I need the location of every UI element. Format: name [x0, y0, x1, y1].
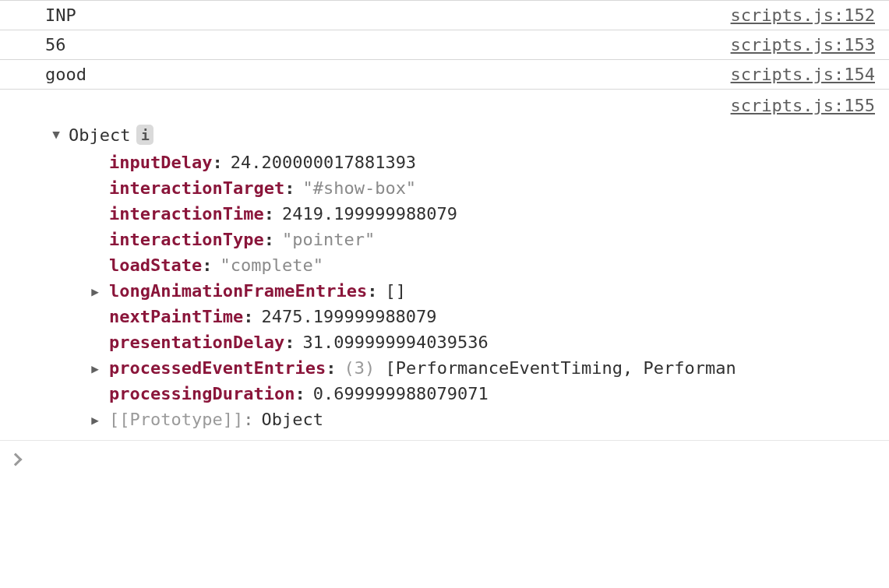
property-value: "complete": [220, 255, 323, 275]
property-key: inputDelay: [109, 153, 212, 172]
console-message: INP: [45, 5, 76, 25]
object-property[interactable]: nextPaintTime: 2475.199999988079: [89, 304, 875, 329]
property-key: processedEventEntries: [109, 358, 326, 378]
property-value: [PerformanceEventTiming, Performan: [385, 358, 736, 378]
property-value: "#show-box": [302, 178, 416, 198]
console-row[interactable]: 56 scripts.js:153: [0, 30, 889, 60]
chevron-right-icon: [9, 453, 23, 467]
property-key: loadState: [109, 255, 202, 275]
property-value: Object: [261, 410, 323, 429]
source-link[interactable]: scripts.js:152: [718, 5, 875, 25]
disclosure-triangle-down-icon[interactable]: [50, 127, 62, 142]
object-property[interactable]: interactionType: "pointer": [89, 227, 875, 252]
property-value: 24.200000017881393: [231, 153, 416, 172]
console-message: 56: [45, 35, 66, 55]
property-value: 0.699999988079071: [313, 384, 489, 403]
object-property[interactable]: interactionTime: 2419.199999988079: [89, 201, 875, 227]
property-key: processingDuration: [109, 384, 295, 403]
console-row[interactable]: good scripts.js:154: [0, 60, 889, 90]
source-link[interactable]: scripts.js:155: [718, 96, 875, 115]
object-property[interactable]: presentationDelay: 31.099999994039536: [89, 329, 875, 355]
source-link[interactable]: scripts.js:153: [718, 35, 875, 55]
property-key: interactionTime: [109, 204, 264, 224]
disclosure-triangle-right-icon[interactable]: [89, 361, 101, 376]
property-value: 2475.199999988079: [261, 307, 436, 326]
property-value: "pointer": [282, 230, 375, 249]
object-property[interactable]: longAnimationFrameEntries: []: [89, 278, 875, 304]
disclosure-triangle-right-icon[interactable]: [89, 284, 101, 299]
object-header[interactable]: Object i: [50, 125, 875, 145]
property-value: []: [385, 281, 406, 301]
object-properties: inputDelay: 24.200000017881393 interacti…: [89, 150, 875, 432]
object-property[interactable]: processingDuration: 0.699999988079071: [89, 381, 875, 407]
object-label: Object: [69, 125, 130, 145]
source-link[interactable]: scripts.js:154: [718, 65, 875, 84]
property-key: nextPaintTime: [109, 307, 243, 326]
property-key: presentationDelay: [109, 333, 284, 352]
console-prompt[interactable]: [0, 441, 889, 479]
console-object-row: scripts.js:155 Object i inputDelay: 24.2…: [0, 90, 889, 441]
object-property[interactable]: interactionTarget: "#show-box": [89, 175, 875, 201]
property-key: interactionType: [109, 230, 264, 249]
console-row[interactable]: INP scripts.js:152: [0, 0, 889, 30]
array-count: (3): [344, 358, 375, 378]
object-property[interactable]: inputDelay: 24.200000017881393: [89, 150, 875, 175]
property-value: 31.099999994039536: [302, 333, 488, 352]
disclosure-triangle-right-icon[interactable]: [89, 413, 101, 428]
console-message: good: [45, 65, 86, 84]
property-key: interactionTarget: [109, 178, 284, 198]
object-property[interactable]: [[Prototype]]: Object: [89, 407, 875, 432]
object-property[interactable]: processedEventEntries: (3) [PerformanceE…: [89, 355, 875, 381]
object-property[interactable]: loadState: "complete": [89, 252, 875, 278]
property-key: [[Prototype]]: [109, 410, 243, 429]
property-key: longAnimationFrameEntries: [109, 281, 367, 301]
console-panel: INP scripts.js:152 56 scripts.js:153 goo…: [0, 0, 889, 479]
property-value: 2419.199999988079: [282, 204, 457, 224]
info-icon[interactable]: i: [136, 125, 153, 145]
